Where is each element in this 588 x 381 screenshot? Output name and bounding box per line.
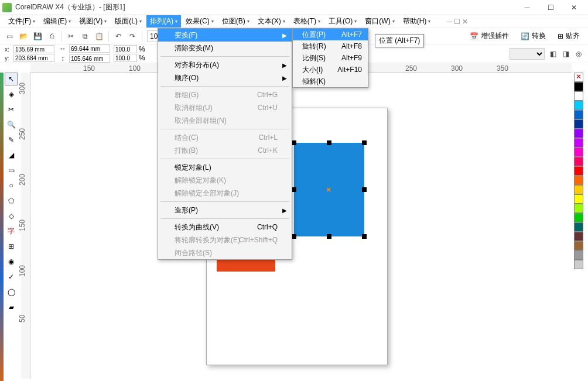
menu-item[interactable]: 变换(F)▶ [158,29,292,42]
basicshape-tool[interactable]: ◇ [5,210,18,222]
selection-handle[interactable] [292,187,296,192]
menu-工具O[interactable]: 工具(O)▾ [325,15,360,28]
pick-tool[interactable]: ↖ [5,73,18,85]
color-swatch[interactable] [574,204,583,213]
selection-handle[interactable] [327,140,331,145]
new-icon[interactable]: ▭ [5,32,14,41]
color-swatch[interactable] [574,166,583,176]
menu-窗口W[interactable]: 窗口(W)▾ [361,15,398,28]
color-swatch[interactable] [574,250,583,260]
selection-center-icon[interactable]: × [326,185,331,194]
submenu-item[interactable]: 倾斜(K) [293,75,368,87]
color-swatch[interactable] [574,101,583,110]
canvas[interactable]: × [30,73,572,379]
submenu-item[interactable]: 旋转(R)Alt+F8 [293,40,368,52]
convert-button[interactable]: 🔄 转换 [517,30,549,42]
color-swatch[interactable] [574,185,583,194]
zoom-tool[interactable]: 🔍 [5,118,18,131]
polygon-tool[interactable]: ⬠ [5,194,18,207]
color-swatch[interactable] [574,176,583,185]
style-select[interactable] [510,48,545,60]
color-swatch[interactable] [574,138,583,147]
color-swatch[interactable] [574,82,583,91]
scale-x-input[interactable] [114,45,137,53]
menu-编辑E[interactable]: 编辑(E)▾ [40,15,74,28]
snap-button[interactable]: ⊞ 贴齐 [554,30,583,42]
selection-handle[interactable] [362,187,367,192]
color-swatch[interactable] [574,222,583,232]
enhance-plugin-button[interactable]: 📅 增强插件 [466,30,512,42]
menu-item[interactable]: 顺序(O)▶ [158,71,292,84]
menu-item[interactable]: 造形(P)▶ [158,204,292,217]
color-swatch[interactable] [574,91,583,101]
freehand-tool[interactable]: ✎ [5,133,18,146]
scale-y-input[interactable] [114,54,137,62]
menu-文件F[interactable]: 文件(F)▾ [5,15,39,28]
color-swatch[interactable] [574,260,583,269]
outline-tool[interactable]: ◯ [5,286,18,298]
open-icon[interactable]: 📂 [19,32,28,41]
save-icon[interactable]: 💾 [33,32,42,41]
redo-icon[interactable]: ↷ [128,32,137,41]
submenu-item[interactable]: 位置(P)Alt+F7 [293,29,368,40]
close-button[interactable]: ✕ [562,1,586,15]
color-swatch[interactable] [574,232,583,241]
maximize-button[interactable]: ☐ [539,1,562,15]
menu-排列A[interactable]: 排列(A)▾ [146,15,181,28]
fill-tool[interactable]: ▰ [5,301,18,314]
menu-效果C[interactable]: 效果(C)▾ [182,15,217,28]
crop-tool[interactable]: ✂ [5,103,18,116]
eyedropper-tool[interactable]: ✓ [5,270,18,283]
no-color-swatch[interactable] [574,73,583,82]
undo-icon[interactable]: ↶ [114,32,123,41]
selection-handle[interactable] [292,234,296,239]
menu-帮助H[interactable]: 帮助(H)▾ [399,15,435,28]
smartfill-tool[interactable]: ◢ [5,149,18,162]
height-input[interactable] [69,54,110,63]
menu-位图B[interactable]: 位图(B)▾ [218,15,253,28]
copy-icon[interactable]: ⧉ [80,32,90,41]
menu-item[interactable]: 转换为曲线(V)Ctrl+Q [158,221,292,234]
color-swatch[interactable] [574,157,583,166]
menu-item[interactable]: 清除变换(M) [158,42,292,54]
selection-handle[interactable] [362,234,367,239]
color-swatch[interactable] [574,194,583,204]
menu-文本X[interactable]: 文本(X)▾ [254,15,289,28]
submenu-item[interactable]: 比例(S)Alt+F9 [293,52,368,64]
menu-版面L[interactable]: 版面(L)▾ [111,15,145,28]
color-swatch[interactable] [574,241,583,250]
paste-icon[interactable]: 📋 [94,32,104,41]
y-input[interactable] [13,54,54,62]
selection-handle[interactable] [292,140,296,145]
color-swatch[interactable] [574,110,583,119]
menu-视图V[interactable]: 视图(V)▾ [76,15,110,28]
menu-item[interactable]: 锁定对象(L) [158,161,292,174]
opt2-icon[interactable]: ◨ [561,49,570,59]
print-icon[interactable]: ⎙ [47,32,56,41]
interactive-tool[interactable]: ◉ [5,255,18,268]
opt3-icon[interactable]: ◎ [574,49,583,59]
menubar: 文件(F)▾编辑(E)▾视图(V)▾版面(L)▾排列(A)▾效果(C)▾位图(B… [0,15,588,28]
menu-item: 解除锁定全部对象(J) [158,187,292,200]
selection-handle[interactable] [362,140,367,145]
minimize-button[interactable]: ─ [515,1,539,15]
color-swatch[interactable] [574,119,583,129]
selection-handle[interactable] [327,234,331,239]
menu-item[interactable]: 对齐和分布(A)▶ [158,59,292,71]
width-input[interactable] [69,44,110,53]
submenu-item[interactable]: 大小(I)Alt+F10 [293,64,368,75]
x-input[interactable] [13,45,54,53]
text-tool[interactable]: 字 [5,225,18,238]
cut-icon[interactable]: ✂ [66,32,76,41]
table-tool[interactable]: ⊞ [5,240,18,253]
y-label: y: [5,55,12,61]
transform-submenu: 位置(P)Alt+F7旋转(R)Alt+F8比例(S)Alt+F9大小(I)Al… [292,28,368,88]
rectangle-tool[interactable]: ▭ [5,164,18,177]
opt1-icon[interactable]: ◧ [548,49,558,59]
color-swatch[interactable] [574,147,583,157]
menu-表格T[interactable]: 表格(T)▾ [290,15,324,28]
shape-tool[interactable]: ◈ [5,88,18,101]
ellipse-tool[interactable]: ○ [5,179,18,192]
color-swatch[interactable] [574,213,583,222]
color-swatch[interactable] [574,129,583,138]
